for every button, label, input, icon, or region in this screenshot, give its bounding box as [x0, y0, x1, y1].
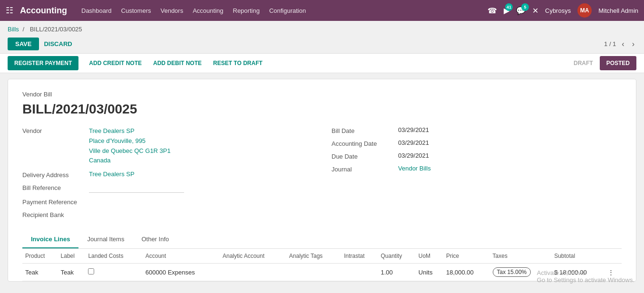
due-date-value[interactable]: 03/29/2021 [398, 152, 429, 159]
reset-to-draft-button[interactable]: RESET TO DRAFT [207, 56, 268, 70]
next-arrow[interactable]: › [630, 39, 636, 49]
row-quantity[interactable]: 1.00 [378, 264, 416, 281]
tab-journal-items[interactable]: Journal Items [78, 231, 133, 248]
form-card: Vendor Bill BILL/2021/03/0025 Vendor Tre… [8, 79, 636, 282]
status-section: DRAFT POSTED [567, 56, 636, 70]
row-uom[interactable]: Units [416, 264, 443, 281]
breadcrumb-parent[interactable]: Bills [8, 26, 19, 33]
grid-icon[interactable]: ☷ [6, 5, 13, 16]
row-landed-costs[interactable] [85, 264, 142, 281]
breadcrumb-current: BILL/2021/03/0025 [30, 26, 82, 33]
form-fields: Vendor Tree Dealers SP Place d'Youville,… [22, 126, 622, 223]
col-subtotal: Subtotal [551, 249, 605, 264]
row-product[interactable]: Teak [22, 264, 58, 281]
payment-reference-field-row: Payment Reference [22, 198, 312, 206]
tab-other-info[interactable]: Other Info [133, 231, 177, 248]
bill-reference-input[interactable] [89, 183, 184, 193]
breadcrumb: Bills / BILL/2021/03/0025 [0, 21, 644, 35]
bill-date-value[interactable]: 03/29/2021 [398, 126, 429, 133]
col-intrastat: Intrastat [341, 249, 378, 264]
vendor-address-2: Ville de Quebec QC G1R 3P1 [89, 146, 171, 156]
user-name: Mitchell Admin [598, 7, 638, 14]
chat-badge: 5 [521, 3, 529, 11]
col-analytic-account: Analytic Account [220, 249, 286, 264]
register-payment-button[interactable]: REGISTER PAYMENT [8, 56, 78, 70]
delivery-address-label: Delivery Address [22, 170, 89, 179]
due-date-field-row: Due Date 03/29/2021 [332, 152, 622, 160]
col-product: Product [22, 249, 58, 264]
col-uom: UoM [416, 249, 443, 264]
prev-arrow[interactable]: ‹ [620, 39, 626, 49]
journal-field-row: Journal Vendor Bills [332, 165, 622, 173]
payment-reference-label: Payment Reference [22, 198, 89, 206]
vendor-address-1: Place d'Youville, 995 [89, 136, 171, 146]
col-landed-costs: Landed Costs [85, 249, 142, 264]
vendor-label: Vendor [22, 126, 89, 134]
row-price[interactable]: 18,000.00 [443, 264, 490, 281]
app-brand: Accounting [20, 6, 67, 16]
recipient-bank-field-row: Recipient Bank [22, 210, 312, 218]
row-account[interactable]: 600000 Expenses [143, 264, 220, 281]
delivery-address-value[interactable]: Tree Dealers SP [89, 170, 135, 178]
chat-icon[interactable]: 💬 5 [516, 6, 526, 15]
menu-configuration[interactable]: Configuration [269, 5, 306, 16]
status-draft[interactable]: DRAFT [567, 56, 600, 70]
recipient-bank-label: Recipient Bank [22, 210, 89, 218]
menu-reporting[interactable]: Reporting [233, 5, 260, 16]
activity-badge: 41 [505, 3, 513, 11]
row-intrastat[interactable] [341, 264, 378, 281]
add-credit-note-button[interactable]: ADD CREDIT NOTE [83, 56, 147, 70]
invoice-table: Product Label Landed Costs Account Analy… [22, 249, 622, 281]
vendor-address-3: Canada [89, 156, 171, 166]
form-right: Bill Date 03/29/2021 Accounting Date 03/… [332, 126, 622, 223]
table-row: Teak Teak 600000 Expenses 1.00 Units 18,… [22, 264, 622, 281]
save-button[interactable]: SAVE [8, 38, 39, 50]
row-label[interactable]: Teak [58, 264, 86, 281]
table-header-row: Product Label Landed Costs Account Analy… [22, 249, 622, 264]
top-menu: Dashboard Customers Vendors Accounting R… [81, 5, 488, 16]
accounting-date-label: Accounting Date [332, 139, 398, 147]
menu-vendors[interactable]: Vendors [160, 5, 183, 16]
close-icon[interactable]: ✕ [532, 6, 538, 15]
journal-value[interactable]: Vendor Bills [398, 165, 431, 172]
bill-date-field-row: Bill Date 03/29/2021 [332, 126, 622, 134]
activity-icon[interactable]: ▶ 41 [504, 6, 509, 15]
landed-costs-checkbox[interactable] [88, 268, 94, 274]
watermark: Activate Windows Go to Settings to activ… [537, 269, 634, 284]
user-avatar[interactable]: MA [577, 3, 592, 18]
col-account: Account [143, 249, 220, 264]
menu-accounting[interactable]: Accounting [193, 5, 223, 16]
tab-invoice-lines[interactable]: Invoice Lines [22, 231, 78, 248]
col-price: Price [443, 249, 490, 264]
pagination-text: 1 / 1 [604, 40, 616, 47]
vendor-value[interactable]: Tree Dealers SP Place d'Youville, 995 Vi… [89, 126, 171, 166]
col-actions [605, 249, 622, 264]
menu-customers[interactable]: Customers [121, 5, 151, 16]
top-navigation: ☷ Accounting Dashboard Customers Vendors… [0, 0, 644, 21]
tax-badge: Tax 15.00% [493, 267, 531, 277]
accounting-date-field-row: Accounting Date 03/29/2021 [332, 139, 622, 147]
delivery-address-field-row: Delivery Address Tree Dealers SP [22, 170, 312, 179]
journal-label: Journal [332, 165, 398, 173]
form-left: Vendor Tree Dealers SP Place d'Youville,… [22, 126, 312, 223]
menu-dashboard[interactable]: Dashboard [81, 5, 112, 16]
bill-number: BILL/2021/03/0025 [22, 102, 622, 117]
row-analytic-tags[interactable] [286, 264, 341, 281]
pagination-area: 1 / 1 ‹ › [604, 39, 636, 49]
bill-reference-label: Bill Reference [22, 183, 89, 191]
top-right-icons: ☎ ▶ 41 💬 5 ✕ Cybrosys MA Mitchell Admin [488, 3, 638, 18]
main-content: Vendor Bill BILL/2021/03/0025 Vendor Tre… [0, 73, 644, 287]
add-debit-note-button[interactable]: ADD DEBIT NOTE [147, 56, 207, 70]
vendor-name: Tree Dealers SP [89, 126, 171, 136]
status-posted[interactable]: POSTED [600, 56, 636, 70]
discard-button[interactable]: DISCARD [44, 40, 72, 47]
vendor-bill-label: Vendor Bill [22, 91, 622, 98]
phone-icon[interactable]: ☎ [488, 6, 497, 15]
bill-date-label: Bill Date [332, 126, 398, 134]
company-name: Cybrosys [545, 7, 571, 14]
button-bar: REGISTER PAYMENT ADD CREDIT NOTE ADD DEB… [0, 53, 644, 73]
vendor-field-row: Vendor Tree Dealers SP Place d'Youville,… [22, 126, 312, 166]
row-analytic-account[interactable] [220, 264, 286, 281]
accounting-date-value[interactable]: 03/29/2021 [398, 139, 429, 146]
due-date-label: Due Date [332, 152, 398, 160]
